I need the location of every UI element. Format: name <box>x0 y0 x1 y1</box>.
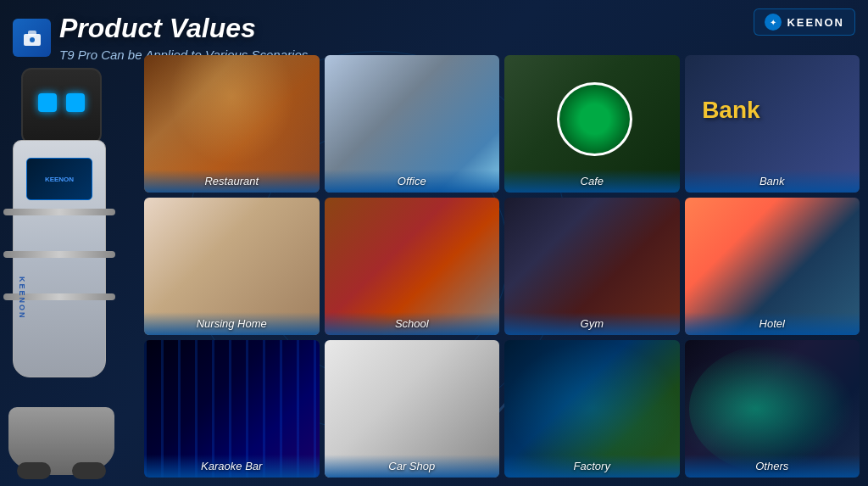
grid-item-others[interactable]: Others <box>685 340 860 478</box>
robot-wheel-right <box>72 462 106 479</box>
grid-item-school[interactable]: School <box>325 198 500 335</box>
keenon-logo: ✦ KEENON <box>754 8 855 36</box>
grid-item-label-others: Others <box>685 455 860 478</box>
robot-screen: KEENON <box>26 158 92 200</box>
logo-text: KEENON <box>787 16 844 29</box>
grid-item-car-shop[interactable]: Car Shop <box>325 340 500 478</box>
logo-icon: ✦ <box>765 14 782 31</box>
robot-tray-1 <box>3 209 115 215</box>
grid-item-label-hotel: Hotel <box>685 312 860 335</box>
grid-item-label-cafe: Cafe <box>504 170 680 193</box>
robot-wheel-left <box>17 462 51 479</box>
svg-rect-1 <box>28 31 36 36</box>
grid-item-label-factory: Factory <box>504 455 680 478</box>
scenario-grid: RestaurantOfficeCafeBankNursing HomeScho… <box>144 55 860 478</box>
robot-brand-label: KEENON <box>18 277 26 320</box>
grid-item-label-office: Office <box>325 170 500 193</box>
grid-item-bank[interactable]: Bank <box>685 55 860 193</box>
robot-image: KEENON KEENON <box>0 51 140 475</box>
grid-item-gym[interactable]: Gym <box>504 198 680 335</box>
grid-item-office[interactable]: Office <box>325 55 500 193</box>
grid-item-karaoke-bar[interactable]: Karaoke Bar <box>144 340 320 478</box>
svg-point-2 <box>30 37 35 42</box>
robot-torso: KEENON KEENON <box>13 140 106 377</box>
grid-item-label-karaoke-bar: Karaoke Bar <box>144 455 320 478</box>
page-title: Product Values <box>59 13 308 44</box>
robot-base <box>8 407 114 475</box>
robot-head <box>21 68 102 144</box>
grid-item-nursing-home[interactable]: Nursing Home <box>144 198 320 335</box>
grid-item-label-car-shop: Car Shop <box>325 455 500 478</box>
grid-item-label-nursing-home: Nursing Home <box>144 312 320 335</box>
grid-item-factory[interactable]: Factory <box>504 340 680 478</box>
grid-item-label-gym: Gym <box>504 312 680 335</box>
grid-item-label-restaurant: Restaurant <box>144 170 320 193</box>
grid-item-label-school: School <box>325 312 500 335</box>
robot-tray-2 <box>3 251 115 258</box>
grid-item-restaurant[interactable]: Restaurant <box>144 55 320 193</box>
robot-eye-left <box>38 93 57 112</box>
robot-screen-logo: KEENON <box>45 176 74 183</box>
grid-item-label-bank: Bank <box>685 170 860 193</box>
robot-eye-right <box>66 93 85 112</box>
grid-item-hotel[interactable]: Hotel <box>685 198 860 335</box>
robot-body: KEENON KEENON <box>8 68 119 475</box>
grid-item-cafe[interactable]: Cafe <box>504 55 680 193</box>
